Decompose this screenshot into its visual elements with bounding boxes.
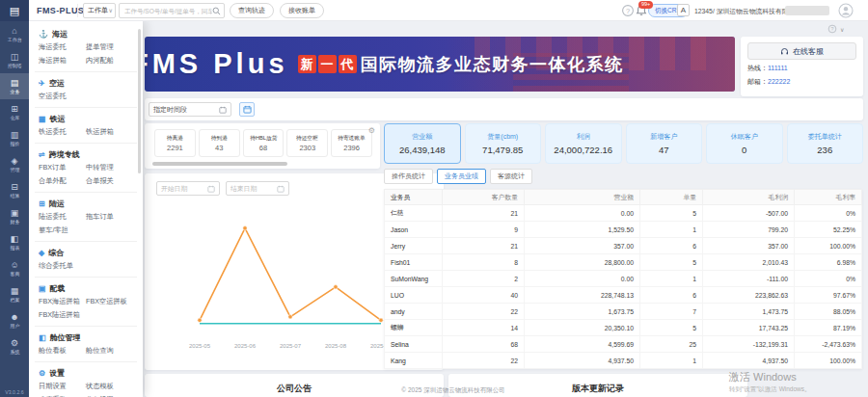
divider [35,326,137,327]
sidebar-item-customers[interactable]: ☺客商 [0,255,29,281]
chip-arrive-pending[interactable]: 待到港43 [199,129,240,157]
menu-item-fbx-air-build[interactable]: FBX空运拼板 [86,295,133,308]
svg-text:?: ? [626,7,630,15]
menu-item-trailer-order[interactable]: 拖车订单 [86,210,133,224]
sales-performance-table: 业务员 客户数量 营业额 单量 毛利润 毛利率 仁慈210.005-507.00… [384,189,862,369]
tab-operator-stats[interactable]: 操作员统计 [384,169,433,184]
x-tick-label: 2025-07 [280,343,301,349]
sidebar-item-settlement[interactable]: ⊟结算 [0,177,29,203]
menu-item-ocean-booking[interactable]: 海运委托 [39,40,86,54]
sidebar-item-system[interactable]: ⚙系统 [0,333,29,359]
menu-item-land-booking[interactable]: 陆运委托 [39,210,86,224]
menu-item-bl-management[interactable]: 提单管理 [86,40,133,54]
sidebar-item-workbench[interactable]: ⌂工作台 [0,21,29,47]
sidebar-item-management[interactable]: ◈管理 [0,151,29,177]
menu-item-fbx-land-lcl[interactable]: FBX陆运拼箱 [39,308,86,322]
search-icon[interactable] [212,7,221,15]
svg-text:?: ? [831,26,834,32]
menu-item-ocean-lcl[interactable]: 海运拼箱 [39,54,86,67]
announcements-title: 公司公告 [277,384,312,393]
menu-item-fbx-ocean-lcl[interactable]: FBX海运拼箱 [39,295,86,308]
menu-item-rail-booking[interactable]: 铁运委托 [39,125,86,139]
search-scope-select[interactable]: 工作单 ∨ [83,3,116,18]
menu-item-date-settings[interactable]: 日期设置 [39,380,86,393]
menu-section-ocean: ⚓海运 海运委托 提单管理 海运拼箱 内河配船 [39,27,133,67]
truck-icon: ⊞ [39,199,45,208]
mail-value[interactable]: 222222 [768,78,790,85]
hotline-number[interactable]: 111111 [768,65,788,71]
online-service-button[interactable]: 在线客服 [747,42,856,60]
horizontal-scrollbar[interactable] [152,162,287,166]
chip-hbl-release[interactable]: 待HBL放货68 [243,129,285,157]
table-row[interactable]: Kang224,937.5014,937.50100.00% [385,353,862,369]
menu-item-difficulty-factor[interactable]: 难度系数 [39,393,86,397]
search-input[interactable] [124,8,212,14]
global-search [119,3,225,18]
stat-card-volume[interactable]: 货量(cbm)71,479.85 [465,123,542,164]
x-tick-label: 2025-08 [325,343,346,349]
table-row[interactable]: LUO40228,748.136223,862.6397.67% [385,287,862,304]
chip-empty-return[interactable]: 待还空柜2303 [286,129,328,157]
menu-item-status-template[interactable]: 状态模板 [86,380,133,393]
menu-item-transit-management[interactable]: 中转管理 [86,161,133,174]
stat-card-booking-count[interactable]: 委托单统计236 [787,123,864,164]
menu-item-slot-board[interactable]: 舱位看板 [39,344,86,357]
menu-section-stowage: ▣配载 FBX海运拼箱 FBX空运拼板 FBX陆运拼箱 [39,281,133,322]
table-row[interactable]: SuMonWang20.001-111.000% [385,271,862,287]
table-row[interactable]: 螺蛳1420,350.10517,743.2587.19% [385,320,862,336]
tab-customer-source[interactable]: 客源统计 [490,169,532,184]
menu-item-rail-lcl[interactable]: 铁运拼箱 [86,125,133,139]
menu-section-composite: ◈综合 综合委托单 [39,246,133,273]
help-icon[interactable]: ? [621,4,635,17]
menu-section-land: ⊞陆运 陆运委托 拖车订单 整车/零担 [39,197,133,237]
table-row[interactable]: Fish01828,800.0052,010.436.98% [385,254,862,271]
chip-bill-send[interactable]: 待寄送账单2396 [331,129,372,157]
menu-item-business-settings[interactable]: 业务设置 [86,393,133,397]
stat-card-revenue[interactable]: 营业额26,439,148 [384,123,461,164]
stat-card-new-customers[interactable]: 新增客户47 [626,123,703,164]
date-picker-button[interactable] [239,102,255,117]
start-date-input[interactable]: 开始日期 [156,181,220,196]
menu-scrollbar[interactable] [138,29,141,173]
sidebar-item-finance[interactable]: ▣财务 [0,203,29,229]
table-row[interactable]: Selina684,599.6925-132,199.31-2,473.63% [385,336,862,353]
track-query-button[interactable]: 查询轨迹 [230,3,274,18]
sidebar-item-users[interactable]: ☻用户 [0,307,29,333]
stat-card-dormant-customers[interactable]: 休眠客户0 [706,123,783,164]
menu-item-consol-outsource[interactable]: 合单外配 [39,174,86,188]
font-size-toggle[interactable]: A [677,4,690,16]
table-row[interactable]: andy221,673.7571,473.7588.05% [385,304,862,320]
page-help-toggle[interactable]: ? ∨ [827,24,844,34]
sidebar-item-quotation[interactable]: ▥报价 [0,125,29,151]
table-row[interactable]: Jerry21357.006357.00100.00% [385,238,862,254]
sidebar-item-reports[interactable]: ◧报表 [0,229,29,255]
finance-icon: ▣ [11,208,19,218]
sidebar-item-warehouse[interactable]: ⊞仓库 [0,99,29,125]
time-filter-strip: 指定时间段 [145,98,863,120]
ship-icon: ⚓ [39,30,48,39]
table-row[interactable]: 仁慈210.005-507.000% [385,205,862,222]
sidebar-item-business[interactable]: ▤业务 [0,73,29,99]
divider [35,361,137,362]
app-logo[interactable]: ▤ [0,0,29,21]
menu-item-air-booking[interactable]: 空运委托 [39,90,86,103]
menu-item-consol-customs[interactable]: 合单报关 [86,174,133,188]
receive-bill-button[interactable]: 接收账单 [280,3,324,18]
tab-sales-performance[interactable]: 业务员业绩 [437,169,486,184]
sidebar-item-archives[interactable]: ▦档案 [0,281,29,307]
end-date-input[interactable]: 结束日期 [226,181,289,196]
stat-card-profit[interactable]: 利润24,000,722.16 [545,123,622,164]
menu-item-composite-booking[interactable]: 综合委托单 [39,259,86,273]
time-range-select[interactable]: 指定时间段 [149,102,231,117]
menu-item-slot-query[interactable]: 舱位查询 [86,344,133,357]
menu-section-title: 铁运 [50,114,66,124]
menu-item-fbx-order[interactable]: FBX订单 [39,161,86,174]
menu-item-river-feeder[interactable]: 内河配船 [86,54,133,67]
menu-item-ftl-ltl[interactable]: 整车/零担 [39,224,86,237]
sidebar-item-control-tower[interactable]: ◫控制塔 [0,47,29,73]
chip-depart-pending[interactable]: 待离港2291 [154,129,196,157]
user-avatar[interactable] [838,3,854,18]
gear-icon[interactable]: ⚙ [368,126,375,135]
table-row[interactable]: Jason91,529.501799.2052.25% [385,222,862,238]
banner-title: 国际物流多业态财务一体化系统 [361,53,624,76]
